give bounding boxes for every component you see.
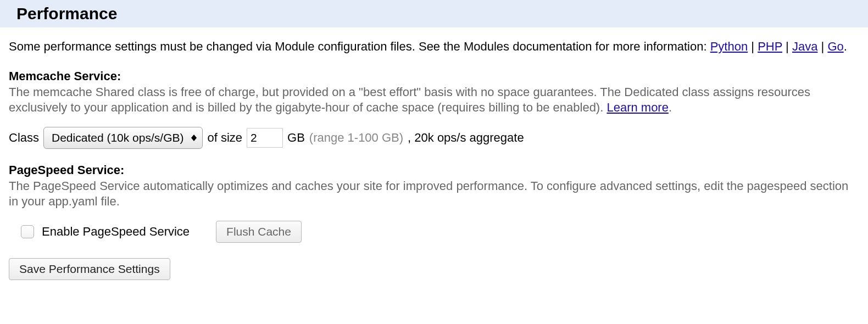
memcache-gb-label: GB xyxy=(287,131,305,145)
memcache-class-select[interactable]: Dedicated (10k ops/s/GB) xyxy=(43,127,203,149)
docs-link-php[interactable]: PHP xyxy=(758,40,782,53)
memcache-desc-text: The memcache Shared class is free of cha… xyxy=(9,85,810,115)
memcache-aggregate: , 20k ops/s aggregate xyxy=(408,131,524,145)
intro-suffix: . xyxy=(844,40,847,53)
save-performance-settings-button[interactable]: Save Performance Settings xyxy=(9,258,170,280)
pagespeed-enable-checkbox[interactable] xyxy=(21,225,34,238)
memcache-of-size-label: of size xyxy=(207,131,242,145)
page-title: Performance xyxy=(8,4,860,23)
intro-sep: | xyxy=(817,40,827,53)
memcache-section-desc: The memcache Shared class is free of cha… xyxy=(9,85,859,116)
memcache-class-label: Class xyxy=(9,131,39,145)
save-row: Save Performance Settings xyxy=(9,258,859,280)
docs-link-go[interactable]: Go xyxy=(827,40,843,53)
intro-sep: | xyxy=(748,40,758,53)
pagespeed-enable-group[interactable]: Enable PageSpeed Service xyxy=(21,225,190,239)
memcache-class-row: Class Dedicated (10k ops/s/GB) of size G… xyxy=(9,127,859,149)
memcache-learn-more-link[interactable]: Learn more xyxy=(607,100,669,114)
intro-text: Some performance settings must be change… xyxy=(9,40,710,53)
pagespeed-section-desc: The PageSpeed Service automatically opti… xyxy=(9,178,859,210)
memcache-class-selected: Dedicated (10k ops/s/GB) xyxy=(52,131,183,144)
memcache-section-title: Memcache Service: xyxy=(9,69,859,83)
flush-cache-button[interactable]: Flush Cache xyxy=(216,221,302,243)
docs-link-python[interactable]: Python xyxy=(710,40,748,53)
pagespeed-enable-label: Enable PageSpeed Service xyxy=(42,225,190,239)
memcache-size-input[interactable] xyxy=(247,128,283,148)
pagespeed-section-title: PageSpeed Service: xyxy=(9,163,859,177)
memcache-range-hint: (range 1-100 GB) xyxy=(309,131,403,145)
docs-link-java[interactable]: Java xyxy=(792,40,817,53)
intro-sep: | xyxy=(782,40,792,53)
pagespeed-controls-row: Enable PageSpeed Service Flush Cache xyxy=(9,221,859,243)
select-arrows-icon xyxy=(191,135,197,141)
page-header: Performance xyxy=(0,0,868,27)
memcache-desc-suffix: . xyxy=(669,100,672,114)
intro-paragraph: Some performance settings must be change… xyxy=(9,38,859,55)
